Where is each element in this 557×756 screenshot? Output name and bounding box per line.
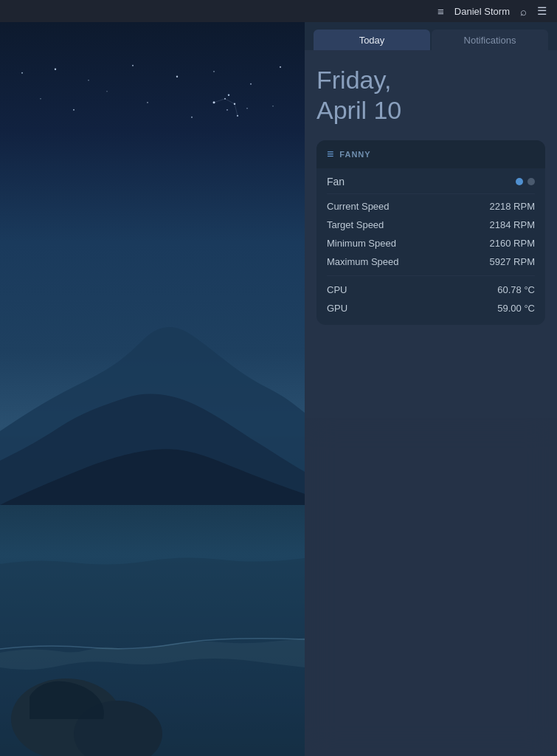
fanny-logo-icon: ≡: [327, 148, 333, 161]
svg-point-4: [176, 76, 178, 78]
divider: [327, 275, 535, 276]
widget-header: ≡ FANNY: [316, 140, 545, 168]
temp-row-1: GPU 59.00 °C: [327, 299, 535, 317]
tab-bar: Today Notifications: [305, 22, 557, 50]
svg-point-9: [73, 109, 75, 111]
notification-panel: Today Notifications Friday, April 10 ≡ F…: [305, 22, 557, 756]
speed-label-0: Current Speed: [327, 201, 390, 212]
temp-row-0: CPU 60.78 °C: [327, 281, 535, 299]
date-line1: Friday,: [316, 65, 545, 95]
speed-value-2: 2160 RPM: [490, 238, 535, 249]
speed-row-1: Target Speed 2184 RPM: [327, 216, 535, 234]
speed-row-2: Minimum Speed 2160 RPM: [327, 234, 535, 252]
panel-content: Friday, April 10 ≡ FANNY Fan: [305, 50, 557, 418]
svg-line-22: [225, 99, 235, 104]
svg-point-12: [272, 106, 274, 107]
wallpaper: [0, 22, 305, 756]
speed-value-1: 2184 RPM: [490, 219, 535, 230]
tab-notifications[interactable]: Notifications: [432, 30, 548, 50]
widget-title: FANNY: [339, 150, 370, 159]
svg-point-1: [55, 69, 56, 70]
fanny-widget: ≡ FANNY Fan Current: [316, 140, 545, 325]
water: [0, 505, 305, 756]
user-name-display: Daniel Storm: [454, 6, 510, 17]
temp-label-cpu: CPU: [327, 284, 347, 295]
svg-point-14: [191, 117, 193, 118]
svg-point-6: [250, 83, 252, 85]
speed-label-1: Target Speed: [327, 219, 384, 230]
fan-label: Fan: [327, 176, 345, 188]
main-area: Today Notifications Friday, April 10 ≡ F…: [0, 22, 557, 756]
svg-point-11: [228, 94, 229, 96]
svg-point-5: [213, 71, 215, 72]
speed-table: Current Speed 2218 RPM Target Speed 2184…: [327, 197, 535, 271]
dot-inactive: [527, 178, 535, 185]
dot-active: [516, 178, 523, 185]
top-bar: ≡ Daniel Storm ⌕ ☰: [0, 0, 557, 22]
speed-value-3: 5927 RPM: [490, 256, 535, 267]
fan-dots: [516, 178, 535, 185]
fan-row: Fan: [327, 168, 535, 194]
temp-value-cpu: 60.78 °C: [497, 284, 535, 295]
menu-icon[interactable]: ☰: [537, 4, 547, 18]
tab-today[interactable]: Today: [314, 30, 430, 50]
svg-point-20: [246, 108, 248, 109]
date-heading: Friday, April 10: [316, 65, 545, 126]
date-line2: April 10: [316, 95, 545, 126]
temp-label-gpu: GPU: [327, 303, 347, 314]
svg-point-0: [21, 72, 23, 74]
svg-point-3: [132, 65, 134, 66]
speed-row-3: Maximum Speed 5927 RPM: [327, 252, 535, 271]
svg-point-8: [40, 98, 41, 100]
svg-point-18: [226, 109, 228, 111]
speed-row-0: Current Speed 2218 RPM: [327, 197, 535, 216]
widget-body: Fan Current Speed 2218 RPM Ta: [316, 168, 545, 325]
speed-value-0: 2218 RPM: [490, 201, 535, 212]
svg-line-23: [235, 104, 238, 116]
temp-value-gpu: 59.00 °C: [497, 303, 535, 314]
username-label: Daniel Storm: [454, 6, 510, 17]
rock-formations: [0, 505, 305, 756]
search-icon[interactable]: ⌕: [520, 5, 527, 18]
svg-line-21: [214, 99, 225, 103]
speed-label-2: Minimum Speed: [327, 238, 396, 249]
blur-area: [305, 418, 557, 756]
svg-point-2: [88, 80, 89, 81]
svg-point-13: [106, 91, 107, 92]
speed-label-3: Maximum Speed: [327, 256, 399, 267]
svg-point-10: [147, 102, 148, 103]
svg-point-7: [280, 66, 281, 68]
filter-icon[interactable]: ≡: [437, 5, 444, 18]
